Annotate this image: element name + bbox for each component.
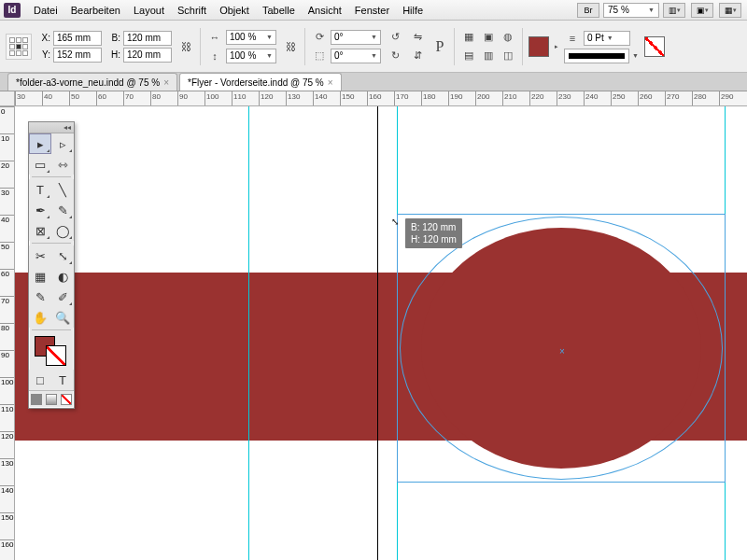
stroke-swatch[interactable] bbox=[644, 36, 665, 57]
canvas[interactable]: × ⤡ B: 120 mm H: 120 mm bbox=[15, 106, 747, 560]
page-edge bbox=[377, 106, 378, 560]
flip-h-button[interactable]: ⇋ bbox=[409, 29, 426, 46]
zoom-level-field[interactable]: 75 %▼ bbox=[603, 3, 659, 18]
gradient-feather-tool[interactable]: ◐ bbox=[51, 266, 74, 287]
stroke-weight-icon: ≡ bbox=[564, 30, 581, 47]
y-field[interactable]: 152 mm bbox=[53, 48, 102, 63]
arrange-button[interactable]: ▦▾ bbox=[719, 3, 741, 18]
vertical-ruler[interactable]: 0102030405060708090100110120130140150160… bbox=[0, 106, 15, 560]
reference-point-grid[interactable] bbox=[6, 34, 32, 60]
paragraph-style-icon[interactable]: P bbox=[431, 38, 448, 55]
doc-tab-1[interactable]: *folder-a3-vorne_neu.indd @ 75 %× bbox=[7, 73, 177, 91]
menu-hilfe[interactable]: Hilfe bbox=[397, 3, 429, 18]
hand-tool[interactable]: ✋ bbox=[29, 307, 51, 328]
menu-bearbeiten[interactable]: Bearbeiten bbox=[65, 3, 126, 18]
flip-v-button[interactable]: ⇵ bbox=[409, 48, 426, 64]
rotate-field[interactable]: 0°▼ bbox=[331, 30, 381, 45]
fill-stroke-control[interactable] bbox=[29, 332, 74, 370]
menu-tabelle[interactable]: Tabelle bbox=[257, 3, 301, 18]
apply-color-row bbox=[29, 390, 74, 408]
menu-ansicht[interactable]: Ansicht bbox=[303, 3, 347, 18]
scale-group: ↔100 %▼ ↕100 %▼ bbox=[206, 29, 276, 64]
screen-mode-button[interactable]: ▣▾ bbox=[691, 3, 713, 18]
constrain-scale-icon[interactable]: ⛓ bbox=[282, 38, 299, 55]
formatting-container-button[interactable]: □ bbox=[29, 370, 51, 390]
corner-options-icon[interactable]: ◫ bbox=[500, 48, 516, 64]
menu-layout[interactable]: Layout bbox=[128, 3, 170, 18]
rectangle-frame-tool[interactable]: ⊠ bbox=[29, 220, 51, 241]
horizontal-ruler[interactable]: 3040506070809010011012013014015016017018… bbox=[15, 91, 747, 106]
rotate-ccw-button[interactable]: ↺ bbox=[387, 29, 403, 46]
constrain-wh-icon[interactable]: ⛓ bbox=[177, 38, 194, 55]
x-field[interactable]: 165 mm bbox=[53, 31, 102, 46]
wrap-bbox-icon[interactable]: ▣ bbox=[480, 29, 497, 46]
dropdown-icon: ▼ bbox=[648, 7, 655, 13]
y-label: Y: bbox=[37, 49, 50, 60]
height-field[interactable]: 120 mm bbox=[123, 48, 172, 63]
collapse-icon[interactable]: ◂◂ bbox=[63, 123, 71, 132]
scale-x-field[interactable]: 100 %▼ bbox=[226, 30, 276, 45]
scale-y-field[interactable]: 100 %▼ bbox=[226, 49, 276, 63]
wrap-shape-icon[interactable]: ◍ bbox=[500, 29, 516, 46]
ruler-origin[interactable] bbox=[0, 91, 15, 106]
selection-tool[interactable]: ▸ bbox=[29, 133, 51, 154]
shear-icon: ⬚ bbox=[311, 48, 328, 64]
apply-color-button[interactable] bbox=[31, 394, 42, 405]
apply-gradient-button[interactable] bbox=[46, 394, 57, 405]
wrap-jump-icon[interactable]: ▤ bbox=[460, 48, 477, 64]
rotate-icon: ⟳ bbox=[311, 29, 328, 46]
shear-field[interactable]: 0°▼ bbox=[331, 49, 381, 63]
fill-swatch[interactable] bbox=[529, 36, 549, 57]
position-group: X:165 mm Y:152 mm bbox=[37, 31, 102, 63]
menu-datei[interactable]: Datei bbox=[28, 3, 63, 18]
doc-tab-2[interactable]: *Flyer - Vorderseite.indd @ 75 %× bbox=[179, 73, 342, 91]
close-icon[interactable]: × bbox=[328, 77, 333, 88]
page-tool[interactable]: ▭ bbox=[29, 154, 51, 175]
pencil-tool[interactable]: ✎ bbox=[51, 200, 74, 220]
view-options-button[interactable]: ▥▾ bbox=[663, 3, 685, 18]
gap-tool[interactable]: ⇿ bbox=[51, 154, 74, 175]
rotate-group: ⟳0°▼ ⬚0°▼ bbox=[311, 29, 381, 64]
tooltip-height: H: 120 mm bbox=[411, 233, 457, 245]
panel-header[interactable]: ◂◂ bbox=[29, 122, 74, 133]
wrap-none-icon[interactable]: ▦ bbox=[460, 29, 477, 46]
fill-dropdown-icon[interactable]: ▸ bbox=[555, 43, 558, 50]
pen-tool[interactable]: ✒ bbox=[29, 200, 51, 220]
stroke-weight-field[interactable]: 0 Pt▼ bbox=[584, 31, 630, 46]
stroke-style-field[interactable] bbox=[564, 49, 629, 63]
guide-vertical[interactable] bbox=[248, 106, 249, 560]
free-transform-tool[interactable]: ⤡ bbox=[51, 245, 74, 266]
h-label: H: bbox=[107, 49, 120, 60]
type-tool[interactable]: T bbox=[29, 179, 51, 200]
width-field[interactable]: 120 mm bbox=[123, 31, 172, 46]
note-tool[interactable]: ✎ bbox=[29, 287, 51, 307]
eyedropper-tool[interactable]: ✐ bbox=[51, 287, 74, 307]
stroke-color-icon[interactable] bbox=[46, 345, 66, 366]
menu-schrift[interactable]: Schrift bbox=[172, 3, 212, 18]
app-icon: Id bbox=[4, 3, 21, 18]
rotate-cw-button[interactable]: ↻ bbox=[387, 48, 403, 64]
tools-panel[interactable]: ◂◂ ▸ ▹ ▭ ⇿ T ╲ ✒ ✎ ⊠ ◯ ✂ ⤡ ▦ ◐ ✎ ✐ ✋ 🔍 □… bbox=[28, 121, 75, 409]
apply-none-button[interactable] bbox=[61, 394, 72, 405]
ellipse-tool[interactable]: ◯ bbox=[51, 220, 74, 241]
gradient-swatch-tool[interactable]: ▦ bbox=[29, 266, 51, 287]
size-group: B:120 mm H:120 mm bbox=[107, 31, 172, 63]
scissors-tool[interactable]: ✂ bbox=[29, 245, 51, 266]
resize-cursor-icon: ⤡ bbox=[391, 217, 399, 227]
menu-objekt[interactable]: Objekt bbox=[214, 3, 255, 18]
direct-selection-tool[interactable]: ▹ bbox=[51, 133, 74, 154]
zoom-tool[interactable]: 🔍 bbox=[51, 307, 74, 328]
x-label: X: bbox=[37, 33, 50, 43]
center-point-icon: × bbox=[559, 346, 565, 357]
line-tool[interactable]: ╲ bbox=[51, 179, 74, 200]
document-tabs: *folder-a3-vorne_neu.indd @ 75 %× *Flyer… bbox=[0, 73, 747, 91]
dimensions-tooltip: B: 120 mm H: 120 mm bbox=[405, 218, 462, 248]
close-icon[interactable]: × bbox=[163, 77, 169, 88]
formatting-text-button[interactable]: T bbox=[51, 370, 74, 390]
control-bar: X:165 mm Y:152 mm B:120 mm H:120 mm ⛓ ↔1… bbox=[0, 21, 747, 73]
bridge-button[interactable]: Br bbox=[577, 3, 599, 18]
scale-x-icon: ↔ bbox=[206, 29, 223, 46]
wrap-next-icon[interactable]: ▥ bbox=[480, 48, 497, 64]
menu-fenster[interactable]: Fenster bbox=[349, 3, 395, 18]
w-label: B: bbox=[107, 33, 120, 43]
